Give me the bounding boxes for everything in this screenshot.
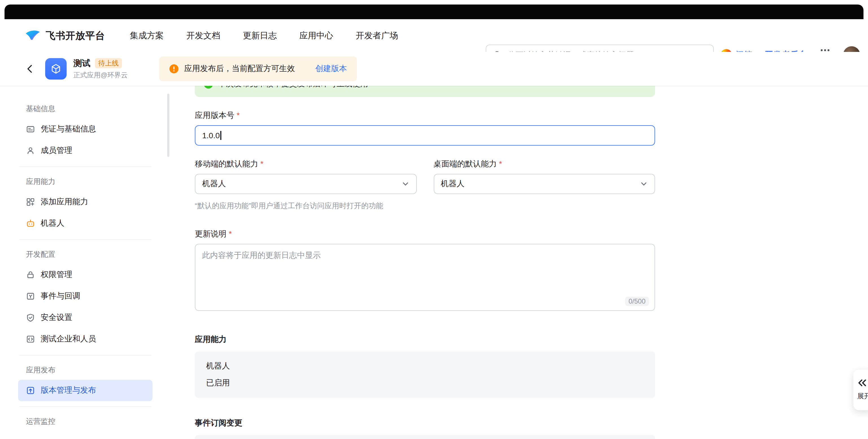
divider [19, 355, 151, 356]
capability-summary-box: 机器人 已启用 [195, 351, 655, 398]
robot-icon [26, 219, 35, 228]
sidebar-item-label: 安全设置 [41, 313, 72, 323]
capability-section-title: 应用能力 [195, 335, 655, 345]
publish-notice-banner: 应用发布后，当前配置方可生效 创建版本 [159, 57, 357, 81]
sidebar-section-dev-config: 开发配置 [18, 245, 153, 264]
sidebar-item-label: 凭证与基础信息 [41, 124, 96, 134]
security-shield-icon [26, 313, 35, 322]
sidebar-section-capabilities: 应用能力 [18, 172, 153, 191]
sidebar: 基础信息 凭证与基础信息 成员管理 应用能力 [18, 86, 153, 431]
char-counter: 0/500 [625, 297, 649, 306]
app-name: 测试 [73, 58, 90, 69]
nav-item-changelog[interactable]: 更新日志 [243, 30, 277, 41]
sidebar-item-add-capability[interactable]: 添加应用能力 [18, 191, 153, 213]
sidebar-item-test-org[interactable]: 测试企业和人员 [18, 328, 153, 350]
content-area: 本次发布免审核，提交发布后即可上线使用 应用版本号* 1.0.0 移动端的默认能… [195, 86, 655, 439]
credential-icon [26, 125, 35, 134]
nav-item-docs[interactable]: 开发文档 [186, 30, 220, 41]
sidebar-item-label: 成员管理 [41, 145, 72, 156]
changelog-textarea[interactable] [195, 244, 654, 310]
mobile-capability-select[interactable]: 机器人 [195, 174, 416, 194]
nav-item-dev-plaza[interactable]: 开发者广场 [356, 30, 398, 41]
sidebar-section-ops-monitor: 运营监控 [18, 412, 153, 431]
divider [19, 239, 151, 240]
nav-item-app-center[interactable]: 应用中心 [299, 30, 333, 41]
sidebar-item-label: 添加应用能力 [41, 197, 88, 207]
version-value: 1.0.0 [202, 131, 220, 140]
capability-name: 机器人 [206, 361, 644, 371]
desktop-capability-select[interactable]: 机器人 [433, 174, 655, 194]
primary-nav: 集成方案 开发文档 更新日志 应用中心 开发者广场 [130, 30, 398, 41]
required-mark: * [229, 229, 232, 238]
members-icon [26, 146, 35, 155]
top-navigation: 飞书开放平台 集成方案 开发文档 更新日志 应用中心 开发者广场 问答 开发者后… [0, 19, 868, 52]
required-mark: * [237, 111, 240, 120]
sidebar-item-label: 测试企业和人员 [41, 334, 96, 344]
app-header: 测试 待上线 正式应用@环界云 应用发布后，当前配置方可生效 创建版本 [0, 52, 868, 86]
feishu-logo-icon [25, 29, 41, 42]
divider [19, 166, 151, 167]
chevron-down-icon [401, 180, 409, 188]
page: 飞书开放平台 集成方案 开发文档 更新日志 应用中心 开发者广场 问答 开发者后… [0, 0, 868, 439]
permission-icon [26, 270, 35, 279]
required-mark: * [499, 159, 502, 168]
sidebar-item-version-release[interactable]: 版本管理与发布 [18, 380, 153, 401]
create-version-link[interactable]: 创建版本 [315, 64, 347, 74]
sidebar-item-label: 事件与回调 [41, 291, 80, 301]
sidebar-scrollbar[interactable] [167, 94, 169, 157]
expand-panel-toggle[interactable]: 展开 [853, 370, 868, 410]
success-banner: 本次发布免审核，提交发布后即可上线使用 [195, 86, 655, 97]
expand-label: 展开 [857, 392, 868, 401]
sidebar-section-release: 应用发布 [18, 361, 153, 380]
app-subtitle: 正式应用@环界云 [73, 70, 128, 80]
text-caret [220, 131, 221, 140]
logo-text: 飞书开放平台 [46, 29, 105, 42]
changelog-textarea-wrap: 0/500 [195, 244, 655, 311]
events-section-title: 事件订阅变更 [195, 418, 655, 428]
back-icon[interactable] [25, 64, 35, 74]
sidebar-item-credentials[interactable]: 凭证与基础信息 [18, 119, 153, 140]
double-chevron-left-icon [857, 379, 867, 387]
success-banner-text: 本次发布免审核，提交发布后即可上线使用 [218, 86, 368, 89]
required-mark: * [260, 159, 264, 168]
sidebar-item-label: 权限管理 [41, 270, 72, 280]
sidebar-item-bot[interactable]: 机器人 [18, 213, 153, 234]
sidebar-item-security[interactable]: 安全设置 [18, 307, 153, 328]
sidebar-section-basic-info: 基础信息 [18, 99, 153, 119]
test-org-icon [26, 335, 35, 344]
success-check-icon [204, 86, 213, 89]
sidebar-item-label: 版本管理与发布 [41, 385, 96, 396]
capability-hint: “默认的应用功能”即用户通过工作台访问应用时打开的功能 [195, 201, 655, 211]
sidebar-item-label: 机器人 [41, 218, 64, 229]
divider [19, 406, 151, 407]
warning-icon [169, 64, 179, 73]
status-badge: 待上线 [95, 58, 122, 68]
mobile-capability-label: 移动端的默认能力* [195, 159, 416, 169]
release-icon [26, 386, 35, 395]
desktop-capability-label: 桌面端的默认能力* [433, 159, 655, 169]
nav-item-integration[interactable]: 集成方案 [130, 30, 164, 41]
main-region: 基础信息 凭证与基础信息 成员管理 应用能力 [0, 86, 868, 439]
changelog-label: 更新说明* [195, 229, 655, 239]
mobile-capability-value: 机器人 [202, 179, 226, 189]
app-meta: 测试 待上线 正式应用@环界云 [73, 58, 128, 80]
sidebar-item-permissions[interactable]: 权限管理 [18, 264, 153, 285]
chevron-down-icon [640, 180, 648, 188]
sidebar-item-events-callbacks[interactable]: 事件与回调 [18, 285, 153, 307]
add-capability-icon [26, 198, 35, 206]
version-label: 应用版本号* [195, 111, 655, 121]
notice-text: 应用发布后，当前配置方可生效 [184, 64, 295, 74]
desktop-capability-value: 机器人 [441, 179, 465, 189]
window-titlebar [4, 4, 864, 19]
capability-status: 已启用 [206, 378, 644, 388]
feishu-logo[interactable]: 飞书开放平台 [25, 29, 105, 42]
sidebar-item-members[interactable]: 成员管理 [18, 140, 153, 161]
version-input[interactable]: 1.0.0 [195, 125, 655, 145]
app-icon [45, 58, 67, 79]
events-summary-box [195, 435, 655, 439]
events-icon [26, 292, 35, 301]
